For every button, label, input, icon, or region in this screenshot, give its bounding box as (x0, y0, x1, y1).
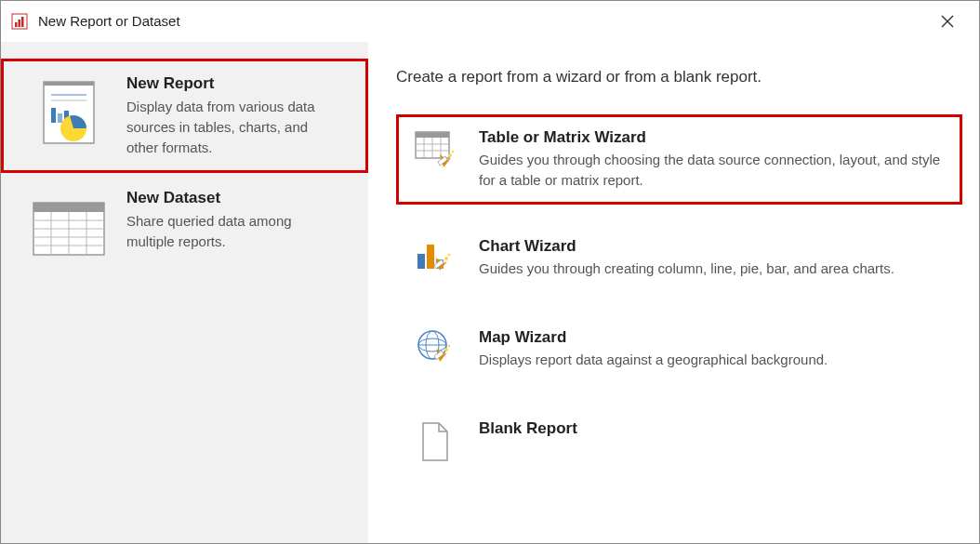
sidebar-item-new-dataset[interactable]: New Dataset Share queried data among mul… (1, 173, 368, 281)
chart-wizard-icon (412, 237, 458, 282)
svg-point-31 (452, 151, 455, 153)
close-icon (941, 15, 954, 28)
svg-rect-2 (19, 20, 21, 27)
svg-point-35 (444, 257, 448, 260)
dataset-icon (28, 192, 110, 265)
svg-point-30 (448, 153, 452, 157)
option-title: Map Wizard (479, 328, 947, 347)
option-title: Chart Wizard (479, 237, 947, 256)
option-text: Chart Wizard Guides you through creating… (479, 237, 947, 279)
dialog-content: New Report Display data from various dat… (1, 42, 979, 543)
sidebar-item-desc: Share queried data among multiple report… (126, 211, 341, 252)
main-heading: Create a report from a wizard or from a … (396, 68, 962, 86)
svg-point-42 (448, 344, 451, 347)
option-title: Blank Report (479, 419, 947, 438)
svg-rect-7 (44, 82, 94, 86)
blank-report-icon (412, 419, 458, 464)
main-panel: Create a report from a wizard or from a … (368, 42, 979, 543)
map-wizard-icon (412, 328, 458, 373)
sidebar-item-desc: Display data from various data sources i… (126, 97, 341, 157)
table-matrix-wizard-icon (412, 128, 458, 173)
svg-rect-11 (58, 113, 62, 123)
option-text: Table or Matrix Wizard Guides you throug… (479, 128, 947, 191)
sidebar: New Report Display data from various dat… (1, 42, 368, 543)
sidebar-item-title: New Report (126, 74, 341, 93)
option-text: Blank Report (479, 419, 947, 441)
sidebar-item-text: New Dataset Share queried data among mul… (126, 189, 349, 252)
sidebar-item-new-report[interactable]: New Report Display data from various dat… (1, 59, 368, 173)
svg-rect-3 (21, 17, 24, 27)
option-text: Map Wizard Displays report data against … (479, 328, 947, 370)
option-title: Table or Matrix Wizard (479, 128, 947, 147)
svg-rect-33 (427, 245, 434, 269)
close-button[interactable] (931, 5, 964, 38)
option-blank-report[interactable]: Blank Report (396, 405, 962, 478)
window-title: New Report or Dataset (38, 13, 931, 29)
app-icon (10, 12, 29, 31)
option-desc: Guides you through creating column, line… (479, 259, 947, 279)
option-desc: Guides you through choosing the data sou… (479, 150, 947, 191)
option-desc: Displays report data against a geographi… (479, 350, 947, 370)
option-table-matrix-wizard[interactable]: Table or Matrix Wizard Guides you throug… (396, 114, 962, 205)
svg-rect-32 (417, 254, 425, 269)
sidebar-item-title: New Dataset (126, 189, 341, 207)
svg-rect-10 (51, 108, 56, 123)
svg-rect-15 (33, 203, 104, 212)
svg-point-41 (444, 348, 448, 352)
svg-rect-24 (416, 132, 449, 138)
report-icon (28, 78, 110, 151)
svg-rect-1 (15, 22, 18, 27)
option-chart-wizard[interactable]: Chart Wizard Guides you through creating… (396, 223, 962, 296)
titlebar: New Report or Dataset (1, 1, 979, 42)
option-map-wizard[interactable]: Map Wizard Displays report data against … (396, 314, 962, 387)
svg-point-36 (448, 253, 451, 256)
sidebar-item-text: New Report Display data from various dat… (126, 74, 349, 157)
dialog-window: New Report or Dataset (0, 0, 980, 544)
